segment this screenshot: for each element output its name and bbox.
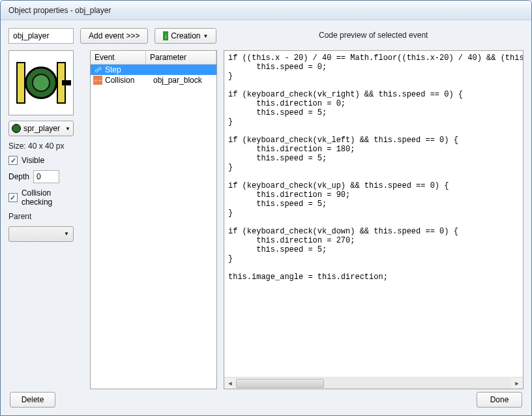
creation-label: Creation <box>171 31 200 40</box>
window-titlebar: Object properties - obj_player <box>1 1 531 20</box>
depth-row: Depth <box>8 170 83 183</box>
sprite-image <box>18 59 65 106</box>
code-preview-panel: if ((this.x - 20) / 40 == Math.floor((th… <box>224 50 524 389</box>
visible-row: ✓ Visible <box>8 156 83 165</box>
event-name: Step <box>105 65 151 74</box>
event-list-header: Event Parameter <box>91 51 216 65</box>
scroll-left-button[interactable]: ◄ <box>224 378 236 389</box>
delete-button[interactable]: Delete <box>10 392 55 408</box>
main-row: spr_player Size: 40 x 40 px ✓ Visible De… <box>8 50 524 389</box>
depth-input[interactable] <box>33 170 59 183</box>
scroll-thumb[interactable] <box>236 379 324 388</box>
horizontal-scrollbar[interactable]: ◄ ► <box>224 377 523 389</box>
object-name-input[interactable] <box>8 28 74 44</box>
code-preview-label: Code preview of selected event <box>223 28 524 44</box>
sprite-mini-icon <box>12 124 21 133</box>
collision-checkbox[interactable]: ✓ <box>8 193 18 202</box>
sprite-select[interactable]: spr_player <box>8 121 74 136</box>
step-icon: ☍ <box>93 65 102 74</box>
collision-label: Collision checking <box>22 188 83 207</box>
window-title: Object properties - obj_player <box>8 6 111 15</box>
collision-row: ✓ Collision checking <box>8 188 83 207</box>
visible-checkbox[interactable]: ✓ <box>8 156 18 165</box>
top-row: Add event >>> ↓ Creation Code preview of… <box>8 28 524 44</box>
event-list-body: ☍ Step →← Collision obj_par_block <box>91 65 216 389</box>
sprite-size-label: Size: 40 x 40 px <box>8 141 83 151</box>
event-param: obj_par_block <box>153 76 214 85</box>
parent-select[interactable] <box>8 226 74 242</box>
event-name: Collision <box>105 76 151 85</box>
bottom-button-row: Delete Done <box>10 392 522 408</box>
event-row-step[interactable]: ☍ Step <box>91 65 216 75</box>
creation-dropdown[interactable]: ↓ Creation <box>155 28 216 44</box>
properties-panel: spr_player Size: 40 x 40 px ✓ Visible De… <box>8 50 83 389</box>
done-button[interactable]: Done <box>477 392 522 408</box>
scroll-track[interactable] <box>236 378 511 389</box>
parent-label: Parent <box>8 212 83 221</box>
depth-label: Depth <box>8 172 29 181</box>
creation-icon: ↓ <box>163 31 168 40</box>
scroll-right-button[interactable]: ► <box>511 378 523 389</box>
collision-icon: →← <box>93 76 102 85</box>
param-col-header[interactable]: Parameter <box>146 51 216 64</box>
event-col-header[interactable]: Event <box>91 51 146 64</box>
code-text[interactable]: if ((this.x - 20) / 40 == Math.floor((th… <box>224 51 523 377</box>
sprite-name: spr_player <box>23 124 60 133</box>
event-list: Event Parameter ☍ Step →← Collision obj_… <box>90 50 217 389</box>
event-row-collision[interactable]: →← Collision obj_par_block <box>91 75 216 85</box>
visible-label: Visible <box>22 156 44 165</box>
sprite-preview <box>8 50 74 115</box>
add-event-button[interactable]: Add event >>> <box>80 28 148 44</box>
content-area: Add event >>> ↓ Creation Code preview of… <box>1 20 531 415</box>
